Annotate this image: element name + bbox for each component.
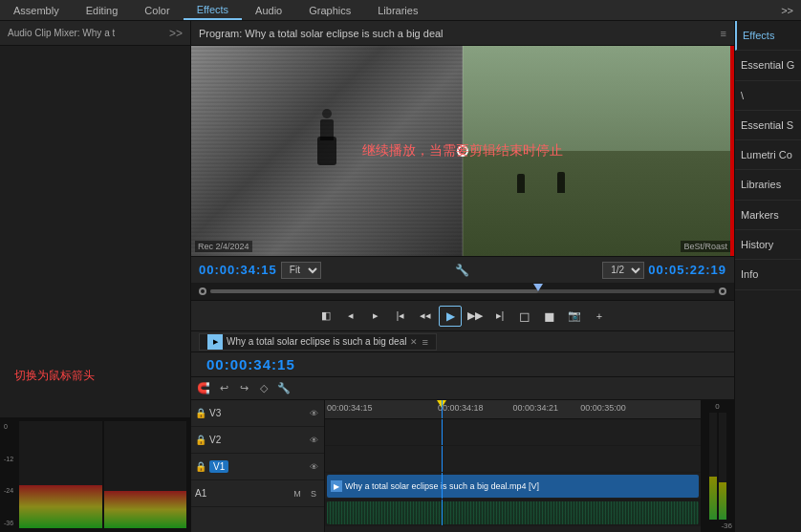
expand-panel-button[interactable]: >> (169, 27, 183, 40)
timecode-current[interactable]: 00:00:34:15 (199, 263, 277, 277)
track-a1-s-icon[interactable]: S (307, 487, 320, 500)
video-left: Rec 2/4/2024 (191, 46, 463, 256)
video-clip[interactable]: ▶ Why a total solar eclipse is such a bi… (327, 475, 699, 498)
rewind-button[interactable]: ◂◂ (414, 306, 437, 327)
level-meter-bars (703, 413, 732, 520)
sequence-tab-item[interactable]: ▶ Why a total solar eclipse is such a bi… (199, 333, 437, 351)
nav-effects[interactable]: Effects (184, 0, 242, 20)
fast-fwd-end-button[interactable]: ▸| (488, 306, 511, 327)
track-a1-m-icon[interactable]: M (291, 487, 304, 500)
fit-select[interactable]: Fit (281, 262, 321, 279)
left-panel: Audio Clip Mixer: Why a t >> 0 -12 -24 -… (0, 21, 191, 532)
red-bar-right (730, 46, 734, 256)
main-layout: Audio Clip Mixer: Why a t >> 0 -12 -24 -… (0, 21, 801, 532)
tool-wrench[interactable]: 🔧 (275, 380, 292, 397)
timeline-level-meters: 0 -36 (701, 400, 734, 532)
right-panel-history[interactable]: History (735, 230, 801, 260)
add-marker-button[interactable]: + (588, 306, 611, 327)
track-row-v2[interactable] (325, 446, 701, 473)
track-v1-eye-icon[interactable]: 👁 (307, 460, 320, 474)
sequence-play-icon[interactable]: ▶ (207, 334, 223, 350)
video-label-right: BeSt/Roast (681, 241, 730, 252)
track-row-a1[interactable] (325, 500, 701, 526)
nav-graphics[interactable]: Graphics (295, 0, 364, 20)
fast-forward-button[interactable]: ▶▶ (464, 306, 487, 327)
go-to-in-button[interactable]: ◂ (339, 306, 362, 327)
right-panel-essential-g[interactable]: Essential G (735, 51, 801, 80)
insert-button[interactable]: ◻ (513, 306, 536, 327)
audio-clip[interactable] (327, 501, 699, 524)
level-36: -36 (4, 520, 17, 526)
nav-audio[interactable]: Audio (242, 0, 295, 20)
nav-editing[interactable]: Editing (73, 0, 132, 20)
ruler-mark-3: 00:00:34:21 (513, 403, 559, 413)
quality-select[interactable]: 1/2 (602, 262, 644, 279)
track-lock-v2-icon[interactable]: 🔒 (195, 435, 206, 445)
track-row-v3[interactable] (325, 419, 701, 446)
top-navigation: Assembly Editing Color Effects Audio Gra… (0, 0, 801, 21)
vu-meters: 0 -12 -24 -36 (0, 417, 190, 532)
video-right: BeSt/Roast (463, 46, 734, 256)
video-left-content (191, 46, 463, 256)
right-panel-markers[interactable]: Markers (735, 201, 801, 230)
left-panel-header: Audio Clip Mixer: Why a t >> (0, 21, 190, 46)
tool-snap[interactable]: 🧲 (195, 380, 212, 397)
nav-libraries[interactable]: Libraries (364, 0, 431, 20)
right-panel-lumetri[interactable]: Lumetri Co (735, 140, 801, 170)
timeline-timecode[interactable]: 00:00:34:15 (206, 356, 295, 372)
nav-assembly[interactable]: Assembly (0, 0, 73, 20)
track-name-v2: V2 (209, 435, 228, 445)
timecode-duration[interactable]: 00:05:22:19 (648, 263, 726, 277)
video-right-content (463, 46, 734, 256)
track-v3-icons: 👁 (307, 407, 320, 420)
v3-playhead (442, 419, 443, 445)
camera-button[interactable]: 📷 (563, 306, 586, 327)
track-lock-v3-icon[interactable]: 🔒 (195, 408, 206, 418)
timeline-ruler[interactable]: 00:00:34:15 00:00:34:18 00:00:34:21 00:0… (325, 400, 701, 419)
overwrite-button[interactable]: ◼ (538, 306, 561, 327)
track-v3-eye-icon[interactable]: 👁 (307, 407, 320, 420)
timeline-section: ▶ Why a total solar eclipse is such a bi… (191, 331, 734, 532)
track-label-a1: A1 M S (191, 480, 324, 507)
sequence-close-icon[interactable]: ✕ (410, 337, 418, 347)
program-monitor: Program: Why a total solar eclipse is su… (191, 21, 734, 331)
monitor-controls-bar: 00:00:34:15 Fit 🔧 1/2 00:05:22:19 (191, 256, 734, 283)
track-label-v3: 🔒 V3 👁 (191, 400, 324, 427)
right-panel-backslash[interactable]: \ (735, 81, 801, 111)
progress-track[interactable] (210, 289, 715, 293)
tool-undo[interactable]: ↩ (215, 380, 232, 397)
monitor-menu-icon[interactable]: ≡ (721, 28, 726, 39)
progress-fill (210, 289, 538, 293)
video-split: Rec 2/4/2024 BeSt/Roast (191, 46, 734, 256)
monitor-progress[interactable] (191, 283, 734, 300)
tool-redo[interactable]: ↪ (235, 380, 252, 397)
level-bar-2 (719, 413, 726, 520)
tool-marker[interactable]: ◇ (255, 380, 272, 397)
track-name-v1: V1 (209, 460, 228, 473)
track-v2-eye-icon[interactable]: 👁 (307, 434, 320, 447)
play-button[interactable]: ▶ (439, 306, 462, 327)
right-panel-libraries[interactable]: Libraries (735, 170, 801, 200)
settings-icon[interactable]: 🔧 (455, 264, 469, 277)
step-back-button[interactable]: |◂ (389, 306, 412, 327)
split-dot (457, 145, 468, 157)
track-name-v3: V3 (209, 408, 228, 418)
track-row-v1[interactable]: ▶ Why a total solar eclipse is such a bi… (325, 473, 701, 500)
level-bottom-label: -36 (703, 521, 732, 530)
track-lock-v1-icon[interactable]: 🔒 (195, 461, 206, 472)
right-panel-effects[interactable]: Effects (735, 21, 801, 51)
right-panel-essential-s[interactable]: Essential S (735, 111, 801, 140)
level-meter-label: 0 (715, 402, 719, 411)
vu-level-fill-right (104, 491, 187, 528)
a1-playhead (442, 500, 443, 525)
sequence-menu-icon[interactable]: ≡ (422, 336, 427, 348)
add-cue-button[interactable]: ◧ (314, 306, 337, 327)
v1-playhead (442, 473, 443, 499)
nav-more[interactable]: >> (768, 0, 801, 20)
right-panel-info[interactable]: Info (735, 260, 801, 289)
nav-color[interactable]: Color (131, 0, 183, 20)
level-fill-2 (719, 482, 726, 520)
right-panel: Effects Essential G \ Essential S Lumetr… (734, 21, 801, 532)
go-to-out-button[interactable]: ▸ (364, 306, 387, 327)
track-label-v2: 🔒 V2 👁 (191, 427, 324, 454)
